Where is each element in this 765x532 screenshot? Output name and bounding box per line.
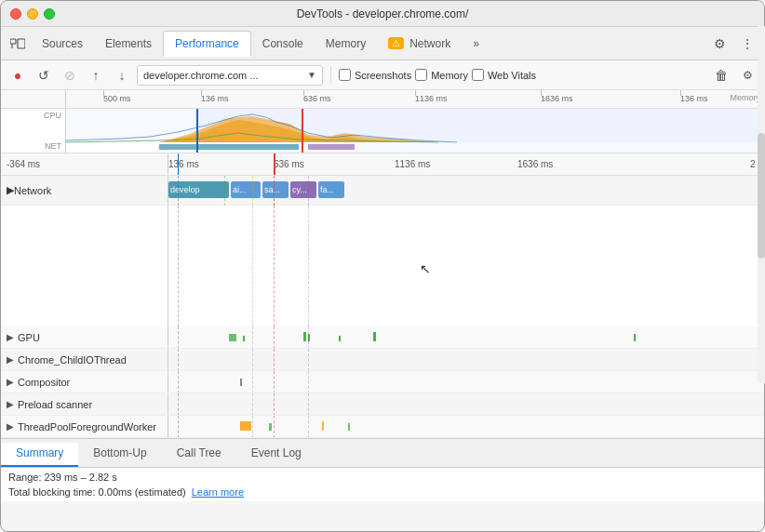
gpu-label[interactable]: ▶ GPU: [1, 326, 168, 348]
more-options-icon[interactable]: ⋮: [734, 31, 760, 57]
back-forward-icon[interactable]: [5, 31, 31, 57]
download-button[interactable]: ↓: [111, 64, 133, 86]
bottom-tabs: Summary Bottom-Up Call Tree Event Log: [1, 438, 764, 468]
memory-checkbox[interactable]: Memory: [415, 69, 468, 81]
compositor-label[interactable]: ▶ Compositor: [1, 371, 168, 392]
tab-console[interactable]: Console: [251, 31, 315, 57]
tab-event-log[interactable]: Event Log: [236, 443, 316, 467]
memory-label-right: Memory: [730, 93, 760, 102]
time-axis-right: 136 ms 636 ms 1136 ms 1636 ms 2: [168, 153, 764, 175]
tab-network[interactable]: ⚠ Network: [377, 31, 462, 57]
tab-elements[interactable]: Elements: [94, 31, 163, 57]
network-req-3: sa...: [262, 181, 289, 198]
toolbar: ● ↺ ⊘ ↑ ↓ developer.chrome.com ... ▼ Scr…: [1, 60, 764, 90]
timeline-ruler: 500 ms 136 ms 636 ms 1136 ms 1636 ms 136…: [1, 90, 764, 109]
time-axis-left: -364 ms: [1, 153, 168, 175]
svg-rect-1: [18, 39, 25, 48]
time-axis-row: -364 ms 136 ms 636 ms 1136 ms 1636 ms 2: [1, 153, 764, 176]
trash-button[interactable]: 🗑: [710, 64, 732, 86]
upload-button[interactable]: ↑: [85, 64, 107, 86]
tab-bottom-up[interactable]: Bottom-Up: [78, 443, 161, 467]
nav-tabs: Sources Elements Performance Console Mem…: [1, 27, 764, 60]
threadpool-label[interactable]: ▶ ThreadPoolForegroundWorker: [1, 416, 168, 437]
preload-track: ▶ Preload scanner: [1, 393, 764, 416]
title-bar: DevTools - developer.chrome.com/: [1, 1, 764, 27]
traffic-lights: [10, 8, 55, 20]
chrome-io-track: ▶ Chrome_ChildIOThread: [1, 349, 764, 371]
blocking-info: Total blocking time: 0.00ms (estimated) …: [8, 486, 757, 498]
tab-call-tree[interactable]: Call Tree: [162, 443, 236, 467]
chrome-io-label[interactable]: ▶ Chrome_ChildIOThread: [1, 349, 168, 370]
window-title: DevTools - developer.chrome.com/: [297, 7, 469, 20]
close-button[interactable]: [10, 8, 21, 20]
learn-more-link[interactable]: Learn more: [192, 486, 244, 498]
minimize-button[interactable]: [27, 8, 38, 20]
compositor-content: [168, 371, 764, 392]
tab-summary[interactable]: Summary: [1, 443, 78, 467]
gpu-content: [168, 326, 764, 348]
network-label[interactable]: ▶ Network: [1, 176, 168, 205]
tab-sources[interactable]: Sources: [31, 31, 94, 57]
network-req-4: cy...: [290, 181, 316, 198]
toolbar-settings-button[interactable]: ⚙: [736, 64, 758, 86]
tab-more[interactable]: »: [462, 31, 490, 57]
chrome-io-content: [168, 349, 764, 370]
main-timeline-area: ↖: [1, 206, 764, 326]
refresh-button[interactable]: ↺: [33, 64, 55, 86]
web-vitals-checkbox[interactable]: Web Vitals: [472, 69, 536, 81]
record-button[interactable]: ●: [7, 64, 29, 86]
status-bar: Range: 239 ms – 2.82 s Total blocking ti…: [1, 468, 764, 501]
settings-icon[interactable]: ⚙: [706, 31, 732, 57]
scrollbar-thumb[interactable]: [758, 133, 765, 258]
clear-button[interactable]: ⊘: [59, 64, 81, 86]
tab-performance[interactable]: Performance: [163, 31, 251, 57]
cpu-label: CPU: [5, 111, 61, 120]
preload-label[interactable]: ▶ Preload scanner: [1, 393, 168, 415]
nav-actions: ⚙ ⋮: [706, 31, 760, 57]
compositor-track: ▶ Compositor: [1, 371, 764, 393]
maximize-button[interactable]: [44, 8, 55, 20]
net-label: NET: [5, 141, 61, 151]
network-req-2: ai...: [231, 181, 261, 198]
network-warning-badge: ⚠: [388, 37, 404, 49]
threadpool-track: ▶ ThreadPoolForegroundWorker: [1, 416, 764, 438]
gpu-track: ▶ GPU: [1, 326, 764, 349]
url-bar: developer.chrome.com ... ▼: [137, 65, 323, 86]
preload-content: [168, 393, 764, 415]
threadpool-content: [168, 416, 764, 437]
svg-rect-0: [10, 39, 16, 44]
network-content: develop ai... sa... cy... fa...: [168, 176, 764, 206]
network-track: ▶ Network develop ai... sa... cy... fa..…: [1, 176, 764, 206]
overview-section: CPU NET: [1, 109, 764, 153]
scrollbar-track[interactable]: [758, 26, 765, 383]
cursor-icon: ↖: [420, 261, 431, 276]
screenshots-checkbox[interactable]: Screenshots: [339, 69, 411, 81]
network-req-5: fa...: [318, 181, 344, 198]
tab-memory[interactable]: Memory: [315, 31, 377, 57]
range-info: Range: 239 ms – 2.82 s: [8, 472, 757, 483]
